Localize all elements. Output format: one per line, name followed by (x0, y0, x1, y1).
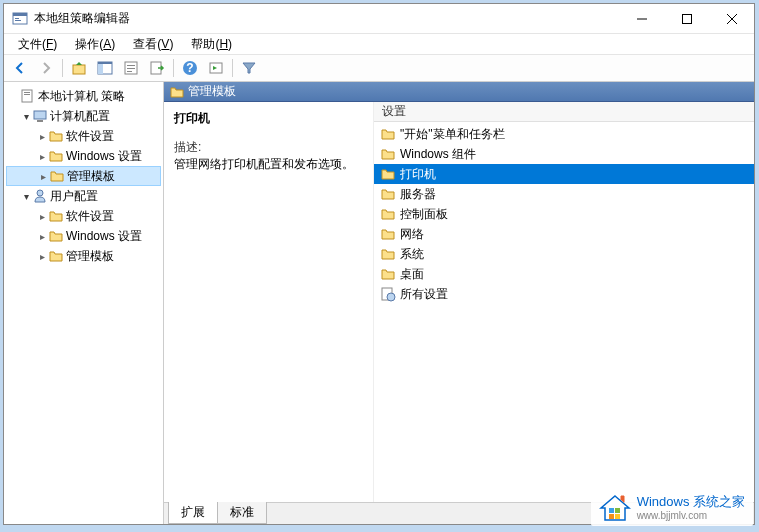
tree-item-user-software[interactable]: 软件设置 (6, 206, 161, 226)
settings-icon (380, 286, 396, 302)
list-column: 设置 "开始"菜单和任务栏 Windows 组件 打印机 (374, 102, 754, 502)
tree-root[interactable]: 本地计算机 策略 (6, 86, 161, 106)
list-item-windows-components[interactable]: Windows 组件 (374, 144, 754, 164)
tree-label: 管理模板 (66, 248, 114, 265)
list-item-label: 控制面板 (400, 206, 448, 223)
svg-rect-1 (13, 13, 27, 16)
properties-button[interactable] (119, 57, 143, 79)
svg-rect-23 (34, 111, 46, 119)
folder-icon (380, 166, 396, 182)
svg-rect-14 (127, 68, 135, 69)
tree-arrow-icon[interactable] (20, 191, 32, 202)
tree-label: 软件设置 (66, 208, 114, 225)
tree-label: Windows 设置 (66, 228, 142, 245)
svg-rect-3 (15, 20, 21, 21)
svg-rect-20 (22, 90, 32, 102)
content-area: 本地计算机 策略 计算机配置 软件设置 Windows 设置 管理模板 (4, 82, 754, 524)
tab-extended[interactable]: 扩展 (168, 502, 218, 524)
folder-icon (48, 208, 64, 224)
svg-text:?: ? (186, 61, 193, 75)
forward-button[interactable] (34, 57, 58, 79)
title-bar: 本地组策略编辑器 (4, 4, 754, 34)
tab-standard[interactable]: 标准 (217, 502, 267, 524)
tree-item-user-windows[interactable]: Windows 设置 (6, 226, 161, 246)
svg-rect-22 (24, 94, 30, 95)
toolbar-separator (62, 59, 63, 77)
tree-label: 本地计算机 策略 (38, 88, 125, 105)
list-item-label: "开始"菜单和任务栏 (400, 126, 505, 143)
list-item-label: 桌面 (400, 266, 424, 283)
tree-user-config[interactable]: 用户配置 (6, 186, 161, 206)
svg-rect-28 (609, 508, 614, 513)
tree-label: Windows 设置 (66, 148, 142, 165)
filter-button[interactable] (237, 57, 261, 79)
tree-arrow-icon[interactable] (36, 131, 48, 142)
tree-arrow-icon[interactable] (20, 111, 32, 122)
back-button[interactable] (8, 57, 32, 79)
list-item-all-settings[interactable]: 所有设置 (374, 284, 754, 304)
list-item-control-panel[interactable]: 控制面板 (374, 204, 754, 224)
panel-body: 打印机 描述: 管理网络打印机配置和发布选项。 设置 "开始"菜单和任务栏 Wi… (164, 102, 754, 502)
svg-rect-24 (37, 120, 43, 122)
folder-icon (48, 248, 64, 264)
menu-help[interactable]: 帮助(H) (183, 34, 240, 55)
tree-arrow-icon[interactable] (36, 231, 48, 242)
list-body[interactable]: "开始"菜单和任务栏 Windows 组件 打印机 服务器 (374, 122, 754, 502)
up-button[interactable] (67, 57, 91, 79)
svg-rect-13 (127, 65, 135, 66)
window-controls (619, 4, 754, 33)
list-item-network[interactable]: 网络 (374, 224, 754, 244)
svg-rect-15 (127, 71, 132, 72)
tree-arrow-icon[interactable] (36, 151, 48, 162)
tree-label: 计算机配置 (50, 108, 110, 125)
policy-icon (20, 88, 36, 104)
panel-header: 管理模板 (164, 82, 754, 102)
tree-item-admin-templates[interactable]: 管理模板 (6, 166, 161, 186)
list-item-system[interactable]: 系统 (374, 244, 754, 264)
list-item-start-menu[interactable]: "开始"菜单和任务栏 (374, 124, 754, 144)
folder-icon (49, 168, 65, 184)
tree-panel[interactable]: 本地计算机 策略 计算机配置 软件设置 Windows 设置 管理模板 (4, 82, 164, 524)
help-button[interactable]: ? (178, 57, 202, 79)
tree-computer-config[interactable]: 计算机配置 (6, 106, 161, 126)
watermark-url: www.bjjmlv.com (637, 510, 745, 521)
folder-icon (380, 126, 396, 142)
tree-item-windows-settings[interactable]: Windows 设置 (6, 146, 161, 166)
export-button[interactable] (145, 57, 169, 79)
right-panel: 管理模板 打印机 描述: 管理网络打印机配置和发布选项。 设置 "开始"菜单和任… (164, 82, 754, 524)
tree-arrow-icon[interactable] (36, 251, 48, 262)
list-item-server[interactable]: 服务器 (374, 184, 754, 204)
show-hide-tree-button[interactable] (93, 57, 117, 79)
tree-item-software[interactable]: 软件设置 (6, 126, 161, 146)
svg-rect-29 (615, 508, 620, 513)
svg-point-25 (37, 190, 43, 196)
folder-icon (48, 228, 64, 244)
menu-file[interactable]: 文件(F) (10, 34, 65, 55)
folder-icon (380, 246, 396, 262)
menu-action[interactable]: 操作(A) (67, 34, 123, 55)
folder-icon (48, 148, 64, 164)
selected-item-title: 打印机 (174, 110, 363, 127)
watermark-text: Windows 系统之家 www.bjjmlv.com (637, 495, 745, 520)
svg-rect-30 (609, 514, 614, 519)
menu-view[interactable]: 查看(V) (125, 34, 181, 55)
folder-icon (380, 266, 396, 282)
maximize-button[interactable] (664, 4, 709, 33)
list-item-desktop[interactable]: 桌面 (374, 264, 754, 284)
list-item-label: 系统 (400, 246, 424, 263)
watermark: Windows 系统之家 www.bjjmlv.com (591, 490, 753, 526)
tree-item-user-admin-templates[interactable]: 管理模板 (6, 246, 161, 266)
svg-rect-31 (615, 514, 620, 519)
close-button[interactable] (709, 4, 754, 33)
list-column-header[interactable]: 设置 (374, 102, 754, 122)
user-icon (32, 188, 48, 204)
svg-rect-2 (15, 18, 19, 19)
list-item-printers[interactable]: 打印机 (374, 164, 754, 184)
app-icon (12, 11, 28, 27)
svg-point-27 (387, 293, 395, 301)
refresh-button[interactable] (204, 57, 228, 79)
tree-arrow-icon[interactable] (37, 171, 49, 182)
minimize-button[interactable] (619, 4, 664, 33)
watermark-title: Windows 系统之家 (637, 495, 745, 509)
tree-arrow-icon[interactable] (36, 211, 48, 222)
